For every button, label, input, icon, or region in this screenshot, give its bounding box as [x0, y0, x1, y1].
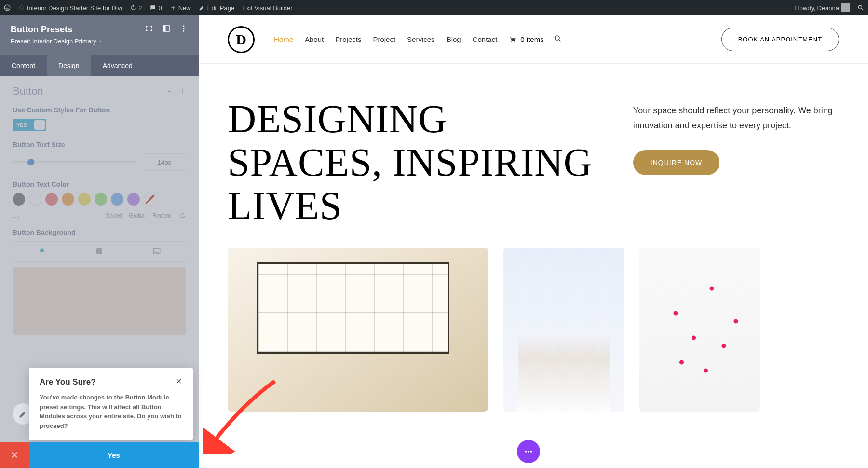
confirm-title: Are You Sure? [40, 377, 96, 387]
color-tab-saved[interactable]: Saved [106, 212, 122, 219]
site-name-link[interactable]: Interior Design Starter Site for Divi [18, 4, 122, 12]
custom-styles-toggle[interactable]: YES [13, 119, 46, 131]
background-label: Button Background [13, 229, 186, 236]
main-nav: Home About Projects Project Services Blo… [274, 35, 497, 43]
section-more-icon[interactable] [179, 88, 186, 95]
hero-image-1 [228, 248, 488, 412]
confirm-yes-button[interactable]: Yes [29, 442, 199, 468]
site-preview: D Home About Projects Project Services B… [199, 15, 868, 468]
wp-admin-bar: Interior Design Starter Site for Divi 2 … [0, 0, 868, 15]
text-size-input[interactable]: 14px [143, 153, 186, 171]
section-button[interactable]: Button [13, 85, 186, 97]
color-tab-global[interactable]: Global [129, 212, 146, 219]
svg-point-10 [182, 93, 183, 94]
text-size-label: Button Text Size [13, 141, 186, 149]
tab-advanced[interactable]: Advanced [91, 55, 144, 76]
nav-project[interactable]: Project [373, 35, 395, 43]
inquire-button[interactable]: INQUIRE NOW [633, 150, 719, 175]
svg-point-7 [183, 30, 185, 32]
revisions-link[interactable]: 2 [130, 4, 142, 12]
hero-image-3 [639, 248, 760, 412]
svg-point-6 [183, 28, 185, 29]
svg-point-5 [183, 25, 185, 27]
text-color-label: Button Text Color [13, 180, 186, 188]
bg-preview[interactable] [13, 267, 186, 335]
svg-point-13 [511, 41, 512, 42]
svg-rect-11 [96, 248, 102, 254]
swatch-none[interactable] [144, 193, 156, 206]
svg-point-2 [858, 5, 862, 9]
wp-logo-icon[interactable] [4, 4, 11, 11]
svg-point-14 [514, 41, 515, 42]
color-swatches [13, 193, 186, 206]
edit-page-link[interactable]: Edit Page [199, 4, 234, 12]
svg-rect-4 [163, 26, 166, 31]
module-add-fab[interactable] [517, 440, 540, 463]
swatch[interactable] [111, 193, 123, 206]
logo-icon[interactable]: D [228, 26, 255, 53]
sidebar-title: Button Presets [11, 25, 145, 35]
settings-tabs: Content Design Advanced [0, 55, 199, 76]
chevron-up-icon[interactable] [166, 88, 173, 95]
howdy-link[interactable]: Howdy, Deanna [795, 3, 850, 12]
preset-selector[interactable]: Preset: Interior Design Primary [11, 38, 103, 45]
book-appointment-button[interactable]: BOOK AN APPOINTMENT [721, 28, 839, 51]
exit-vb-link[interactable]: Exit Visual Builder [242, 4, 293, 12]
swatch[interactable] [62, 193, 74, 206]
svg-point-18 [530, 451, 532, 453]
avatar-icon [841, 3, 850, 12]
dock-icon[interactable] [162, 24, 171, 35]
svg-point-15 [555, 36, 559, 40]
confirm-close-button[interactable] [176, 377, 182, 387]
nav-contact[interactable]: Contact [473, 35, 498, 43]
cart-icon [509, 36, 516, 43]
text-size-slider[interactable] [13, 161, 137, 163]
confirm-text: You've made changes to the Button Module… [40, 393, 182, 430]
svg-point-9 [182, 91, 183, 92]
site-header: D Home About Projects Project Services B… [199, 15, 868, 64]
cart-link[interactable]: 0 items [509, 35, 543, 43]
site-search-icon[interactable] [554, 34, 562, 45]
hero-image-2 [503, 248, 624, 412]
swatch[interactable] [127, 193, 140, 206]
swatch[interactable] [45, 193, 58, 206]
svg-point-8 [182, 89, 183, 90]
focus-icon[interactable] [145, 24, 153, 35]
hero-title: DESIGNING SPACES, INSPIRING LIVES [228, 97, 595, 228]
svg-point-16 [525, 451, 527, 453]
svg-point-17 [528, 451, 529, 453]
swatch[interactable] [13, 193, 25, 206]
color-reset-icon[interactable] [179, 212, 186, 219]
more-icon[interactable] [179, 24, 188, 35]
settings-sidebar: Button Presets Preset: Interior Design P… [0, 15, 199, 468]
nav-projects[interactable]: Projects [335, 35, 361, 43]
color-tab-recent[interactable]: Recent [152, 212, 171, 219]
comments-link[interactable]: 0 [149, 4, 162, 12]
confirm-cancel-button[interactable] [0, 442, 29, 468]
new-link[interactable]: New [170, 4, 191, 12]
tab-content[interactable]: Content [0, 55, 47, 76]
hero-text: Your space should reflect your personali… [633, 103, 839, 133]
bg-tab-image[interactable] [128, 242, 186, 261]
bg-tab-color[interactable] [13, 242, 70, 261]
swatch[interactable] [95, 193, 107, 206]
confirm-popover: Are You Sure? You've made changes to the… [29, 368, 193, 440]
svg-point-1 [20, 6, 24, 10]
swatch[interactable] [78, 193, 91, 206]
nav-home[interactable]: Home [274, 35, 293, 43]
swatch[interactable] [29, 193, 41, 206]
bg-tab-gradient[interactable] [70, 242, 128, 261]
search-admin-icon[interactable] [857, 4, 864, 11]
nav-blog[interactable]: Blog [447, 35, 461, 43]
nav-services[interactable]: Services [407, 35, 435, 43]
custom-styles-label: Use Custom Styles For Button [13, 106, 186, 114]
nav-about[interactable]: About [305, 35, 324, 43]
tab-design[interactable]: Design [47, 55, 91, 76]
